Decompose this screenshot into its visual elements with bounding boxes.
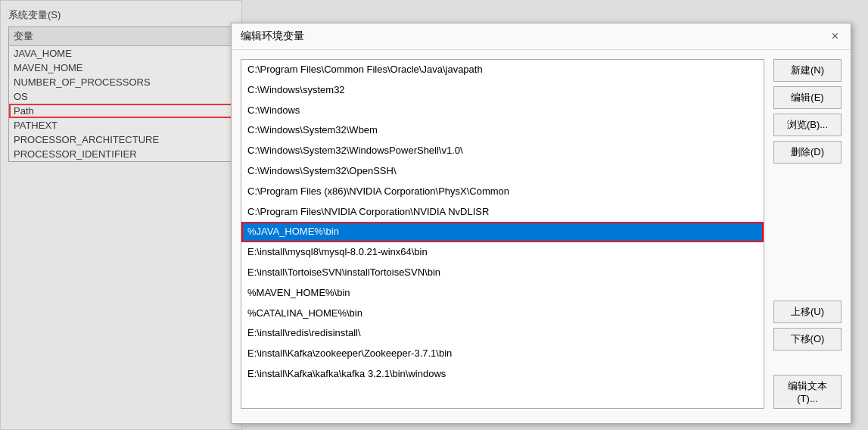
path-item-12[interactable]: %CATALINA_HOME%\bin	[241, 304, 764, 324]
btn-group-top: 新建(N) 编辑(E) 浏览(B)... 删除(D)	[773, 59, 842, 164]
dialog-titlebar: 编辑环境变量 ×	[232, 23, 851, 50]
move-up-button[interactable]: 上移(U)	[773, 301, 842, 323]
path-item-13[interactable]: E:\install\redis\redisinstall\	[241, 323, 764, 344]
path-item-7[interactable]: C:\Program Files\NVIDIA Corporation\NVID…	[241, 202, 764, 223]
path-item-2[interactable]: C:\Windows	[241, 101, 764, 121]
edit-text-button[interactable]: 编辑文本(T)...	[773, 375, 842, 409]
path-item-5[interactable]: C:\Windows\System32\OpenSSH\	[241, 161, 764, 182]
path-item-10[interactable]: E:\install\TortoiseSVN\installTortoiseSV…	[241, 263, 764, 283]
path-item-0[interactable]: C:\Program Files\Common Files\Oracle\Jav…	[241, 60, 764, 80]
path-item-3[interactable]: C:\Windows\System32\Wbem	[241, 120, 764, 141]
path-item-9[interactable]: E:\install\mysql8\mysql-8.0.21-winx64\bi…	[241, 242, 764, 263]
btn-separator	[773, 225, 842, 240]
delete-button[interactable]: 删除(D)	[773, 141, 842, 164]
edit-env-dialog: 编辑环境变量 × C:\Program Files\Common Files\O…	[231, 23, 851, 424]
edit-button[interactable]: 编辑(E)	[773, 86, 842, 109]
dialog-title: 编辑环境变量	[241, 30, 304, 43]
new-button[interactable]: 新建(N)	[773, 59, 842, 82]
path-list[interactable]: C:\Program Files\Common Files\Oracle\Jav…	[241, 59, 764, 409]
buttons-panel: 新建(N) 编辑(E) 浏览(B)... 删除(D) 上移(U) 下移(O) 编…	[773, 59, 842, 409]
path-item-4[interactable]: C:\Windows\System32\WindowsPowerShell\v1…	[241, 141, 764, 161]
modal-overlay: 编辑环境变量 × C:\Program Files\Common Files\O…	[0, 0, 868, 430]
browse-button[interactable]: 浏览(B)...	[773, 114, 842, 136]
path-item-8[interactable]: %JAVA_HOME%\bin	[241, 222, 764, 242]
path-item-15[interactable]: E:\install\Kafka\kafka\kafka 3.2.1\bin\w…	[241, 364, 764, 385]
btn-group-bottom: 上移(U) 下移(O) 编辑文本(T)...	[773, 301, 842, 409]
path-item-1[interactable]: C:\Windows\system32	[241, 80, 764, 101]
dialog-close-button[interactable]: ×	[829, 30, 842, 42]
path-item-11[interactable]: %MAVEN_HOME%\bin	[241, 283, 764, 304]
btn-separator-2	[773, 355, 842, 370]
path-item-6[interactable]: C:\Program Files (x86)\NVIDIA Corporatio…	[241, 182, 764, 202]
move-down-button[interactable]: 下移(O)	[773, 328, 842, 351]
dialog-body: C:\Program Files\Common Files\Oracle\Jav…	[232, 50, 851, 418]
path-item-14[interactable]: E:\install\Kafka\zookeeper\Zookeeper-3.7…	[241, 344, 764, 364]
